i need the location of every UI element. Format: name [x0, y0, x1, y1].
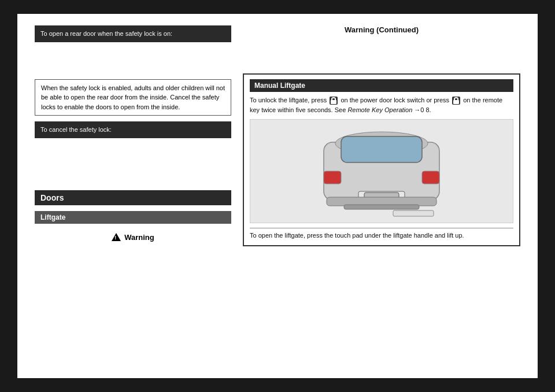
cancel-safety-lock-box: To cancel the safety lock:	[35, 121, 231, 138]
car-rear-svg	[312, 125, 451, 217]
warning-continued-title: Warning (Continued)	[345, 25, 419, 34]
liftgate-label: Liftgate	[40, 213, 65, 221]
safety-lock-warning-text: When the safety lock is enabled, adults …	[41, 84, 225, 110]
liftgate-section-header: Liftgate	[35, 211, 231, 224]
open-rear-door-box: To open a rear door when the safety lock…	[35, 25, 231, 42]
liftgate-link-suffix: →0 8.	[414, 106, 431, 113]
svg-rect-10	[393, 210, 434, 216]
remote-key-link: Remote Key Operation	[347, 106, 412, 113]
open-rear-door-text: To open a rear door when the safety lock…	[40, 30, 172, 37]
cancel-safety-lock-text: To cancel the safety lock:	[40, 126, 112, 133]
svg-rect-2	[341, 136, 422, 162]
svg-rect-9	[344, 205, 419, 209]
safety-lock-warning-box: When the safety lock is enabled, adults …	[35, 79, 231, 116]
manual-liftgate-label: Manual Liftgate	[254, 82, 305, 90]
warning-triangle-icon	[112, 233, 121, 241]
warning-text-label: Warning	[124, 233, 154, 242]
liftgate-bottom-caption: To open the liftgate, press the touch pa…	[250, 228, 513, 241]
right-column: Warning (Continued) Manual Liftgate To u…	[243, 25, 520, 367]
svg-rect-4	[422, 171, 439, 184]
liftgate-caption-text: To open the liftgate, press the touch pa…	[250, 232, 464, 239]
svg-rect-3	[324, 171, 341, 184]
manual-liftgate-box: Manual Liftgate To unlock the liftgate, …	[243, 73, 520, 246]
liftgate-car-image	[250, 119, 513, 223]
liftgate-unlock-text1: To unlock the liftgate, press	[250, 97, 327, 103]
warning-centered-block: Warning	[35, 233, 231, 242]
doors-section-header: Doors	[35, 190, 231, 205]
page-container: To open a rear door when the safety lock…	[17, 14, 538, 378]
liftgate-unlock-description: To unlock the liftgate, press on the pow…	[250, 95, 513, 114]
lock-icon-1	[330, 97, 338, 105]
lock-icon-2	[452, 97, 460, 105]
liftgate-unlock-text2: on the power door lock switch or press	[341, 97, 449, 103]
page-title: Warning (Continued)	[243, 25, 520, 34]
left-column: To open a rear door when the safety lock…	[35, 25, 231, 367]
doors-label: Doors	[40, 193, 64, 202]
manual-liftgate-title: Manual Liftgate	[250, 79, 513, 92]
